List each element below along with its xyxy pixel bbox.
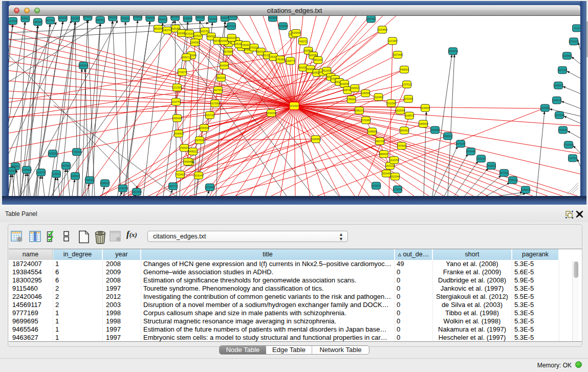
svg-text:2935114: 2935114 — [476, 158, 486, 160]
svg-text:1065328: 1065328 — [228, 16, 237, 18]
svg-text:116753: 116753 — [569, 157, 577, 160]
svg-text:7468723: 7468723 — [298, 40, 308, 43]
svg-text:3056413: 3056413 — [158, 18, 167, 21]
svg-text:8938923: 8938923 — [443, 135, 452, 138]
svg-text:2786801: 2786801 — [347, 98, 356, 101]
svg-text:16782759: 16782759 — [118, 187, 128, 190]
svg-text:4192832: 4192832 — [133, 16, 142, 18]
svg-text:12213362: 12213362 — [172, 86, 183, 89]
svg-text:1043321: 1043321 — [9, 20, 17, 23]
svg-text:16648784: 16648784 — [448, 50, 459, 53]
svg-text:10899695: 10899695 — [418, 123, 429, 125]
svg-text:17359934: 17359934 — [72, 151, 82, 154]
svg-text:20053346: 20053346 — [78, 64, 89, 67]
svg-text:1615132: 1615132 — [385, 165, 395, 167]
svg-text:1161559: 1161559 — [71, 17, 80, 20]
svg-text:9427552: 9427552 — [213, 89, 223, 92]
svg-text:15716485: 15716485 — [205, 186, 215, 189]
svg-text:3267130: 3267130 — [205, 114, 214, 117]
svg-text:11123: 11123 — [574, 27, 580, 30]
svg-text:20206556: 20206556 — [48, 152, 58, 155]
svg-text:2487682: 2487682 — [366, 18, 376, 20]
svg-text:6026064: 6026064 — [292, 32, 301, 34]
svg-text:15751074: 15751074 — [569, 40, 579, 43]
svg-text:15099489: 15099489 — [183, 161, 193, 163]
svg-text:1781080: 1781080 — [276, 58, 285, 61]
svg-text:7357224: 7357224 — [227, 25, 236, 28]
svg-text:2718176: 2718176 — [178, 71, 187, 74]
svg-text:3039117: 3039117 — [193, 35, 203, 37]
svg-text:7648350: 7648350 — [146, 17, 155, 19]
svg-text:1822782: 1822782 — [201, 30, 210, 33]
svg-text:887833: 887833 — [195, 139, 204, 142]
svg-text:1549579: 1549579 — [405, 115, 414, 117]
svg-text:1462704: 1462704 — [163, 29, 172, 32]
svg-text:4238849: 4238849 — [183, 17, 192, 20]
svg-text:19166825: 19166825 — [173, 133, 184, 135]
svg-text:18724007: 18724007 — [289, 105, 300, 107]
svg-text:9498222: 9498222 — [188, 150, 198, 153]
svg-text:3389083: 3389083 — [33, 21, 42, 24]
svg-text:8375685: 8375685 — [224, 51, 233, 53]
svg-text:6479197: 6479197 — [456, 143, 465, 145]
svg-text:9474444: 9474444 — [466, 150, 475, 153]
svg-text:9245612: 9245612 — [521, 189, 530, 191]
svg-text:12156829: 12156829 — [21, 169, 32, 171]
svg-text:6965328: 6965328 — [195, 16, 205, 19]
svg-text:2986372: 2986372 — [355, 110, 364, 112]
svg-text:8244935: 8244935 — [340, 83, 349, 85]
svg-text:3215958: 3215958 — [540, 107, 550, 110]
svg-text:7485063: 7485063 — [400, 69, 409, 71]
svg-text:10973493: 10973493 — [393, 54, 403, 56]
svg-text:7101226: 7101226 — [208, 18, 217, 20]
svg-text:9396712: 9396712 — [182, 56, 191, 59]
svg-text:17004678: 17004678 — [179, 147, 190, 149]
svg-text:7625402: 7625402 — [176, 173, 185, 176]
svg-text:9884067: 9884067 — [379, 153, 388, 156]
svg-text:8495931: 8495931 — [96, 19, 105, 21]
svg-text:2620450: 2620450 — [374, 96, 383, 99]
svg-text:9329966: 9329966 — [562, 55, 572, 57]
svg-text:1522544: 1522544 — [390, 176, 400, 178]
svg-text:7975692: 7975692 — [397, 145, 406, 147]
svg-text:18654923: 18654923 — [399, 129, 410, 132]
svg-text:10654112: 10654112 — [508, 179, 518, 182]
svg-text:1290515: 1290515 — [71, 175, 80, 178]
svg-text:4078161: 4078161 — [83, 16, 93, 18]
svg-text:4801845: 4801845 — [154, 28, 163, 30]
svg-text:17957825: 17957825 — [84, 179, 95, 182]
svg-text:9242848: 9242848 — [220, 64, 229, 67]
svg-text:13524451: 13524451 — [381, 172, 392, 175]
svg-text:15975887: 15975887 — [61, 165, 72, 167]
svg-text:12942737: 12942737 — [36, 171, 47, 174]
svg-text:19218596: 19218596 — [278, 25, 289, 28]
svg-text:12975115: 12975115 — [402, 83, 412, 86]
svg-text:0341316: 0341316 — [108, 16, 117, 19]
svg-text:0812191: 0812191 — [314, 59, 323, 61]
svg-text:9537672: 9537672 — [170, 16, 180, 18]
svg-text:18807249: 18807249 — [375, 140, 385, 143]
svg-text:12923468: 12923468 — [132, 191, 142, 193]
svg-text:10025438: 10025438 — [395, 110, 406, 112]
svg-text:16210643: 16210643 — [554, 114, 565, 117]
svg-text:1640955: 1640955 — [421, 107, 430, 110]
svg-text:10688609: 10688609 — [367, 130, 378, 133]
svg-text:5331586: 5331586 — [387, 102, 396, 105]
svg-text:1733426: 1733426 — [393, 188, 402, 191]
svg-text:3930103: 3930103 — [227, 37, 236, 39]
svg-text:16154838: 16154838 — [377, 29, 388, 31]
svg-text:12093872: 12093872 — [553, 84, 564, 87]
svg-text:17016504: 17016504 — [563, 144, 574, 146]
svg-text:2803144: 2803144 — [216, 77, 226, 79]
svg-text:1640955: 1640955 — [430, 129, 440, 132]
svg-text:8637940: 8637940 — [46, 19, 55, 22]
svg-text:10543382: 10543382 — [190, 41, 201, 44]
svg-text:19384554: 19384554 — [311, 138, 321, 141]
svg-text:817006: 817006 — [211, 102, 219, 105]
svg-text:8471636: 8471636 — [499, 172, 509, 174]
svg-text:9457771: 9457771 — [168, 185, 178, 188]
svg-text:1010755: 1010755 — [171, 101, 181, 103]
svg-text:16120764: 16120764 — [389, 159, 400, 162]
svg-text:7632621: 7632621 — [487, 165, 496, 167]
svg-text:10958157: 10958157 — [100, 182, 111, 185]
